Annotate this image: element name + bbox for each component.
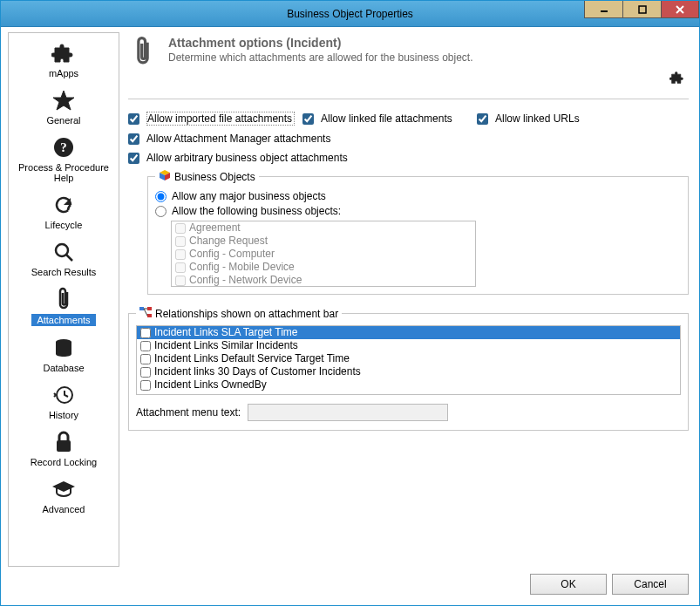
sidebar-item-process-help[interactable]: ? Process & Procedure Help (9, 131, 119, 188)
business-objects-group: Business Objects Allow any major busines… (147, 169, 689, 295)
sidebar-item-general[interactable]: General (9, 84, 119, 131)
puzzle-icon[interactable] (669, 71, 685, 87)
relationship-icon (139, 307, 152, 320)
paperclip-icon (128, 36, 158, 67)
allow-linked-file-label: Allow linked file attachments (321, 112, 452, 125)
attachment-menu-text-row: Attachment menu text: (136, 404, 681, 421)
list-item[interactable]: Config - Network Device (172, 274, 475, 287)
radio-following-input[interactable] (155, 206, 167, 217)
cancel-button[interactable]: Cancel (612, 574, 689, 595)
minimize-button[interactable] (584, 1, 622, 18)
relationships-group: Relationships shown on attachment bar In… (128, 307, 689, 431)
allow-linked-file-input[interactable] (302, 113, 314, 125)
business-objects-legend-text: Business Objects (174, 171, 255, 183)
list-item[interactable]: Change Request (172, 235, 475, 248)
main-panel: Attachment options (Incident) Determine … (125, 32, 692, 567)
sidebar-item-label: Attachments (31, 314, 95, 326)
svg-text:?: ? (60, 140, 67, 154)
allow-arbitrary-label: Allow arbitrary business object attachme… (146, 152, 348, 164)
window-controls (584, 1, 699, 18)
list-item[interactable]: Incident links 30 Days of Customer Incid… (137, 365, 680, 378)
page-description: Determine which attachments are allowed … (168, 51, 689, 64)
list-item[interactable]: Incident Links Default Service Target Ti… (137, 352, 680, 365)
list-item[interactable]: Config - Mobile Device (172, 261, 475, 274)
allow-arbitrary-checkbox[interactable]: Allow arbitrary business object attachme… (128, 152, 689, 164)
sidebar-item-lifecycle[interactable]: Lifecycle (9, 188, 119, 235)
sidebar-item-label: Process & Procedure Help (10, 162, 117, 183)
titlebar: Business Object Properties (1, 1, 699, 27)
search-icon (10, 239, 117, 265)
allow-arbitrary-input[interactable] (128, 153, 139, 164)
allow-linked-urls-checkbox[interactable]: Allow linked URLs (477, 112, 634, 126)
business-objects-list[interactable]: Agreement Change Request Config - Comput… (171, 221, 476, 287)
help-icon: ? (10, 134, 117, 160)
sidebar-item-label: Search Results (10, 267, 117, 277)
svg-rect-11 (57, 440, 71, 452)
svg-marker-4 (53, 91, 74, 110)
dialog-footer: OK Cancel (8, 567, 692, 598)
sidebar-item-mapps[interactable]: mApps (9, 37, 119, 84)
radio-following-label: Allow the following business objects: (172, 205, 341, 217)
relationships-legend: Relationships shown on attachment bar (136, 307, 342, 320)
history-icon (10, 382, 117, 408)
list-item[interactable]: Incident Links Similar Incidents (137, 339, 680, 352)
close-icon (676, 5, 684, 14)
refresh-icon (10, 192, 117, 218)
star-icon (10, 87, 117, 113)
radio-following[interactable]: Allow the following business objects: (155, 205, 681, 217)
page-title: Attachment options (Incident) (168, 36, 689, 50)
radio-any-label: Allow any major business objects (172, 190, 326, 202)
sidebar-item-label: History (10, 410, 117, 420)
page-header: Attachment options (Incident) Determine … (128, 36, 689, 74)
list-item[interactable]: Config - Computer (172, 248, 475, 261)
svg-marker-12 (52, 481, 75, 492)
minimize-icon (600, 5, 608, 14)
svg-line-8 (66, 255, 72, 261)
layout: mApps General ? Process & Procedure Help (8, 32, 692, 567)
list-item[interactable]: Incident Links SLA Target Time (137, 326, 680, 339)
list-item[interactable]: Incident Links OwnedBy (137, 378, 680, 392)
sidebar-item-attachments[interactable]: Attachments (9, 283, 119, 331)
sidebar-item-record-locking[interactable]: Record Locking (9, 426, 119, 473)
sidebar: mApps General ? Process & Procedure Help (8, 32, 119, 567)
allow-imported-input[interactable] (128, 113, 139, 125)
radio-any-input[interactable] (155, 191, 167, 202)
maximize-button[interactable] (622, 1, 661, 18)
header-texts: Attachment options (Incident) Determine … (168, 36, 689, 64)
allow-linked-urls-input[interactable] (477, 113, 488, 125)
sidebar-item-database[interactable]: Database (9, 331, 119, 378)
list-item[interactable]: Agreement (172, 221, 475, 235)
svg-point-7 (56, 244, 68, 256)
close-button[interactable] (661, 1, 699, 18)
svg-line-20 (144, 309, 147, 316)
svg-rect-1 (639, 6, 646, 13)
client-area: mApps General ? Process & Procedure Help (1, 27, 699, 605)
separator (128, 99, 689, 99)
sidebar-item-label: Record Locking (10, 457, 117, 467)
relationships-legend-text: Relationships shown on attachment bar (155, 308, 338, 320)
allow-imported-checkbox[interactable]: Allow imported file attachments (128, 112, 302, 126)
sidebar-item-history[interactable]: History (9, 378, 119, 426)
puzzle-icon (10, 40, 117, 66)
allow-linked-file-checkbox[interactable]: Allow linked file attachments (302, 112, 477, 126)
ok-button[interactable]: OK (530, 574, 607, 595)
business-objects-legend: Business Objects (155, 169, 259, 184)
sidebar-item-search-results[interactable]: Search Results (9, 235, 119, 283)
window: Business Object Properties mApps (0, 0, 700, 606)
allow-imported-label: Allow imported file attachments (146, 112, 295, 126)
sidebar-item-advanced[interactable]: Advanced (9, 473, 119, 520)
allow-manager-checkbox[interactable]: Allow Attachment Manager attachments (128, 133, 689, 145)
maximize-icon (638, 5, 647, 14)
allow-manager-input[interactable] (128, 133, 139, 145)
sidebar-item-label: Advanced (10, 504, 117, 514)
svg-rect-16 (139, 307, 144, 310)
sidebar-item-label: Lifecycle (10, 220, 117, 230)
radio-any-major[interactable]: Allow any major business objects (155, 190, 681, 202)
paperclip-icon (10, 286, 117, 312)
svg-rect-17 (147, 307, 152, 310)
allow-manager-label: Allow Attachment Manager attachments (146, 133, 330, 145)
attachment-menu-text-input[interactable] (248, 404, 448, 421)
sidebar-item-label: mApps (10, 68, 117, 78)
top-check-row: Allow imported file attachments Allow li… (128, 108, 689, 129)
relationships-list[interactable]: Incident Links SLA Target Time Incident … (136, 325, 681, 395)
